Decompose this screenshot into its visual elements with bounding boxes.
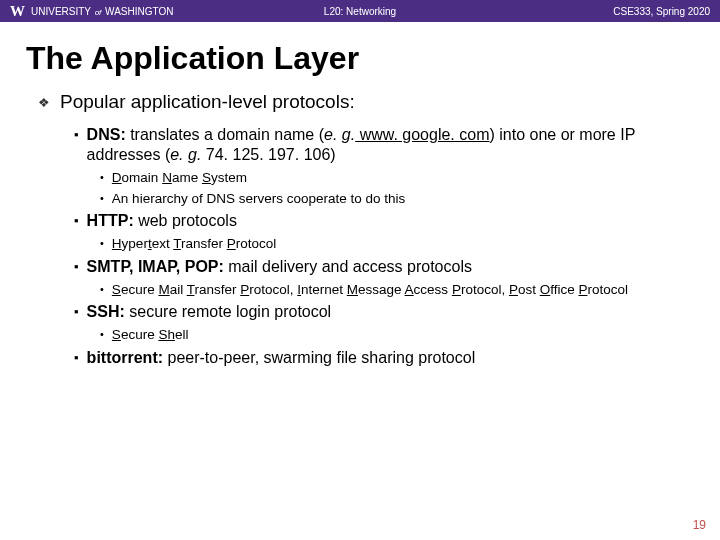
univ-prefix: UNIVERSITY xyxy=(31,6,91,17)
smtp-acronym: Secure Mail Transfer Protocol, Internet … xyxy=(112,281,628,299)
slide: W UNIVERSITY of WASHINGTON L20: Networki… xyxy=(0,0,720,540)
square-bullet-icon: ▪ xyxy=(74,302,79,322)
dns-acronym: Domain Name System xyxy=(112,169,247,187)
dns-sub2-text: An hierarchy of DNS servers cooperate to… xyxy=(112,190,405,208)
bullet-http: ▪ HTTP: web protocols xyxy=(74,211,690,231)
slide-title: The Application Layer xyxy=(26,40,720,77)
lecture-label: L20: Networking xyxy=(324,6,396,17)
dns-text3: 74. 125. 197. 106) xyxy=(201,146,335,163)
smtp-line: SMTP, IMAP, POP: mail delivery and acces… xyxy=(87,257,472,277)
bullet-dns: ▪ DNS: translates a domain name (e. g. w… xyxy=(74,125,690,165)
dns-label: DNS: xyxy=(87,126,126,143)
bt-line: bittorrent: peer-to-peer, swarming file … xyxy=(87,348,476,368)
course-label: CSE333, Spring 2020 xyxy=(613,6,710,17)
dot-bullet-icon: • xyxy=(100,326,104,343)
bullet-level1: ❖ Popular application-level protocols: xyxy=(38,91,690,115)
header-bar: W UNIVERSITY of WASHINGTON L20: Networki… xyxy=(0,0,720,22)
bullet-dns-sub2: • An hierarchy of DNS servers cooperate … xyxy=(100,190,690,208)
square-bullet-icon: ▪ xyxy=(74,257,79,277)
page-number: 19 xyxy=(693,518,706,532)
diamond-bullet-icon: ❖ xyxy=(38,91,50,115)
square-bullet-icon: ▪ xyxy=(74,125,79,145)
dns-link: www. google. com xyxy=(355,126,489,143)
dns-eg1: e. g. xyxy=(324,126,355,143)
bullet-dns-sub1: • Domain Name System xyxy=(100,169,690,187)
http-line: HTTP: web protocols xyxy=(87,211,237,231)
bullet-smtp-sub: • Secure Mail Transfer Protocol, Interne… xyxy=(100,281,690,299)
univ-name: WASHINGTON xyxy=(105,6,173,17)
lvl1-text: Popular application-level protocols: xyxy=(60,91,355,113)
bullet-smtp: ▪ SMTP, IMAP, POP: mail delivery and acc… xyxy=(74,257,690,277)
dns-eg2: e. g. xyxy=(170,146,201,163)
bullet-http-sub: • Hypertext Transfer Protocol xyxy=(100,235,690,253)
http-acronym: Hypertext Transfer Protocol xyxy=(112,235,276,253)
univ-of: of xyxy=(95,8,102,17)
dot-bullet-icon: • xyxy=(100,169,104,186)
university-logo: W UNIVERSITY of WASHINGTON xyxy=(10,3,173,20)
bullet-ssh-sub: • Secure Shell xyxy=(100,326,690,344)
dot-bullet-icon: • xyxy=(100,190,104,207)
dns-line: DNS: translates a domain name (e. g. www… xyxy=(87,125,690,165)
uw-w-icon: W xyxy=(10,3,25,20)
bullet-bittorrent: ▪ bittorrent: peer-to-peer, swarming fil… xyxy=(74,348,690,368)
square-bullet-icon: ▪ xyxy=(74,348,79,368)
dns-text1: translates a domain name ( xyxy=(126,126,324,143)
university-text: UNIVERSITY of WASHINGTON xyxy=(31,6,173,17)
dot-bullet-icon: • xyxy=(100,235,104,252)
square-bullet-icon: ▪ xyxy=(74,211,79,231)
dot-bullet-icon: • xyxy=(100,281,104,298)
ssh-line: SSH: secure remote login protocol xyxy=(87,302,332,322)
ssh-acronym: Secure Shell xyxy=(112,326,189,344)
bullet-ssh: ▪ SSH: secure remote login protocol xyxy=(74,302,690,322)
slide-content: ❖ Popular application-level protocols: ▪… xyxy=(0,91,720,368)
